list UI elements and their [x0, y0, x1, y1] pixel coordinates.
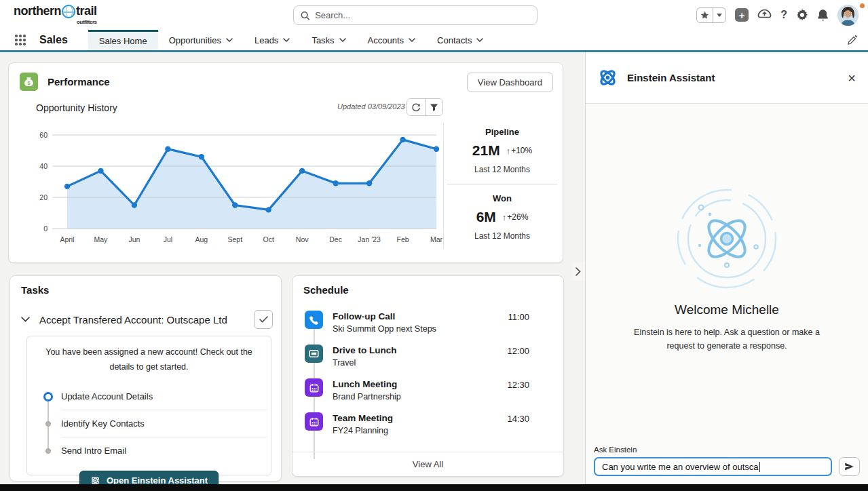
- opportunity-history-chart: 0204060AprilMayJunJulAugSeptOctNovDecJan…: [26, 125, 443, 248]
- pipeline-won-stats: Pipeline 21M ↑+10% Last 12 Months Won 6M…: [447, 127, 557, 241]
- ask-einstein-area: Ask Einstein Can you write me an overvie…: [594, 446, 860, 476]
- star-icon[interactable]: [697, 8, 713, 22]
- guidance-icon[interactable]: [757, 9, 772, 22]
- stats-divider: [443, 123, 444, 249]
- svg-text:Jun: Jun: [128, 235, 140, 243]
- won-label: Won: [447, 193, 557, 203]
- won-delta: ↑+26%: [502, 212, 529, 222]
- text-cursor: [759, 462, 760, 472]
- tab-tasks[interactable]: Tasks: [301, 30, 356, 50]
- quick-create-icon[interactable]: +: [735, 8, 749, 22]
- complete-task-checkbox[interactable]: [254, 310, 273, 329]
- task-row[interactable]: Accept Transfered Account: Outscape Ltd: [21, 307, 273, 332]
- search-input[interactable]: [315, 10, 530, 20]
- chevron-down-icon: [226, 38, 233, 42]
- app-name: Sales: [39, 34, 68, 46]
- salesforce-window: northern trail outfitters + ?: [0, 0, 868, 491]
- task-description: You have been assigned a new account! Ch…: [27, 336, 271, 378]
- svg-text:Mar: Mar: [430, 235, 443, 243]
- einstein-illustration: [673, 184, 781, 293]
- svg-text:Jan '23: Jan '23: [358, 235, 381, 243]
- schedule-item-follow-up-call[interactable]: Follow-up Call Ski Summit Opp next Steps…: [305, 306, 552, 340]
- svg-text:Feb: Feb: [396, 235, 409, 243]
- won-period: Last 12 Months: [447, 231, 557, 241]
- task-title[interactable]: Accept Transfered Account: Outscape Ltd: [39, 314, 244, 326]
- edit-pencil-icon[interactable]: [847, 35, 857, 45]
- schedule-title: Schedule: [303, 284, 349, 296]
- pipeline-period: Last 12 Months: [447, 165, 557, 174]
- panel-collapse-handle[interactable]: [572, 262, 584, 281]
- step-send-intro-email[interactable]: Send Intro Email: [35, 437, 271, 465]
- favorites-button[interactable]: [696, 7, 726, 23]
- ask-einstein-label: Ask Einstein: [594, 446, 860, 454]
- performance-moneybag-icon: $: [20, 73, 38, 91]
- step-update-account-details[interactable]: Update Account Details: [35, 383, 271, 410]
- task-detail-box: You have been assigned a new account! Ch…: [26, 336, 271, 475]
- setup-gear-icon[interactable]: [796, 9, 808, 21]
- travel-icon: [305, 345, 323, 363]
- einstein-assistant-panel: Einstein Assistant × Welcome Michelle Ei…: [585, 52, 868, 484]
- assistant-body: Welcome Michelle Einstein is here to hel…: [586, 104, 868, 437]
- view-dashboard-button[interactable]: View Dashboard: [467, 73, 553, 92]
- welcome-heading: Welcome Michelle: [586, 302, 868, 317]
- filter-icon[interactable]: [425, 99, 442, 115]
- assistant-header: Einstein Assistant ×: [586, 52, 868, 104]
- schedule-item-team-meeting[interactable]: Team Meeting FY24 Planning 14:30: [305, 408, 552, 441]
- step-identify-key-contacts[interactable]: Identify Key Contacts: [35, 410, 271, 437]
- tab-accounts[interactable]: Accounts: [357, 30, 426, 50]
- svg-text:Jul: Jul: [164, 235, 172, 243]
- send-arrow-icon: [844, 462, 854, 471]
- pipeline-value: 21M: [472, 142, 500, 159]
- ask-einstein-input[interactable]: Can you write me an overview of outsca: [594, 457, 832, 476]
- chevron-down-icon: [409, 38, 415, 42]
- tab-opportunities[interactable]: Opportunities: [158, 30, 244, 50]
- stat-separator: [447, 184, 557, 184]
- svg-text:60: 60: [39, 131, 48, 139]
- assistant-description: Einstein is here to help. Ask a question…: [622, 326, 832, 353]
- pending-step-icon: [45, 448, 51, 454]
- logo-word-2: trail outfitters: [76, 4, 97, 18]
- chevron-down-icon: [283, 38, 290, 42]
- chevron-down-icon: [476, 38, 483, 42]
- refresh-icon[interactable]: [407, 99, 425, 115]
- pending-step-icon: [45, 421, 51, 427]
- app-launcher-icon[interactable]: [15, 35, 26, 45]
- favorites-dropdown-caret-icon[interactable]: [713, 8, 725, 22]
- arrow-up-icon: ↑: [502, 212, 507, 222]
- svg-text:0: 0: [43, 224, 48, 233]
- tab-sales-home[interactable]: Sales Home: [88, 30, 158, 50]
- send-button[interactable]: [839, 457, 860, 476]
- schedule-item-drive-to-lunch[interactable]: Drive to Lunch Travel 12:00: [305, 340, 552, 374]
- svg-text:Sept: Sept: [227, 235, 242, 243]
- schedule-time: 12:30: [507, 378, 529, 403]
- assistant-title: Einstein Assistant: [627, 72, 838, 83]
- tab-leads[interactable]: Leads: [244, 30, 301, 50]
- pipeline-delta: ↑+10%: [506, 146, 533, 156]
- svg-text:Aug: Aug: [195, 235, 208, 243]
- schedule-card: Schedule Follow-up Call Ski Summit Opp n…: [292, 275, 564, 477]
- global-search[interactable]: [293, 5, 537, 25]
- view-all-link[interactable]: View All: [293, 452, 563, 476]
- svg-text:20: 20: [39, 193, 48, 201]
- chevron-right-icon: [575, 267, 581, 276]
- pipeline-label: Pipeline: [447, 127, 557, 137]
- header-utility-icons: + ?: [696, 0, 858, 30]
- tab-contacts[interactable]: Contacts: [426, 30, 494, 50]
- search-icon: [301, 11, 309, 20]
- northern-trail-logo[interactable]: northern trail outfitters: [14, 4, 97, 18]
- svg-text:May: May: [94, 235, 109, 243]
- help-icon[interactable]: ?: [780, 9, 787, 21]
- schedule-item-lunch-meeting[interactable]: Lunch Meeting Brand Partnership 12:30: [305, 374, 552, 408]
- tasks-title: Tasks: [21, 284, 49, 296]
- einstein-atom-icon: [598, 68, 618, 87]
- won-value: 6M: [476, 209, 496, 225]
- logo-word-1: northern: [14, 4, 61, 18]
- tasks-card: Tasks Accept Transfered Account: Outscap…: [10, 275, 282, 482]
- chevron-down-icon[interactable]: [21, 317, 30, 322]
- svg-text:April: April: [60, 235, 74, 243]
- calendar-icon: [305, 412, 323, 431]
- performance-title: Performance: [48, 76, 110, 87]
- user-avatar[interactable]: [837, 5, 858, 26]
- notifications-bell-icon[interactable]: [817, 9, 829, 22]
- close-icon[interactable]: ×: [848, 71, 856, 85]
